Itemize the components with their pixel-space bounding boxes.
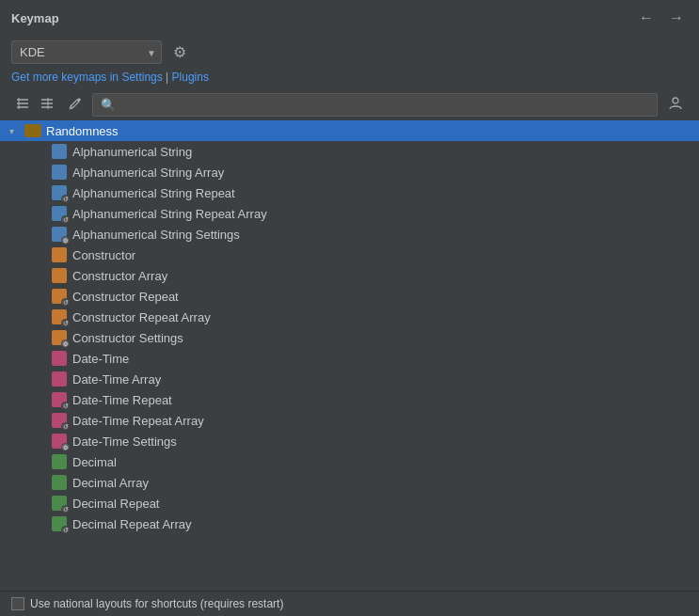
item-color-icon	[52, 351, 67, 366]
item-label: Alphanumerical String Array	[72, 166, 224, 180]
svg-point-10	[673, 98, 678, 103]
item-label: Alphanumerical String Settings	[72, 228, 240, 242]
tree-item[interactable]: ↺Decimal Repeat	[0, 493, 699, 513]
item-label: Constructor Settings	[72, 331, 183, 345]
item-icon-wrapper	[52, 247, 67, 262]
folder-icon	[24, 124, 41, 137]
keymap-select[interactable]: KDE Default Eclipse Emacs NetBeans Visua…	[11, 40, 162, 64]
tree-item[interactable]: Constructor	[0, 245, 699, 265]
user-button[interactable]	[663, 93, 688, 117]
collapse-all-icon	[40, 97, 54, 110]
settings-link[interactable]: Get more keymaps in Settings	[11, 71, 163, 84]
item-icon-wrapper: ↺	[52, 185, 67, 200]
item-color-icon	[52, 144, 67, 159]
item-label: Decimal	[72, 455, 117, 469]
refresh-badge-icon: ↺	[61, 298, 70, 307]
refresh-badge-icon: ↺	[61, 319, 70, 327]
item-color-icon	[52, 165, 67, 180]
item-color-icon	[52, 247, 67, 262]
tree-item[interactable]: ⚙Alphanumerical String Settings	[0, 224, 699, 245]
item-label: Alphanumerical String	[72, 145, 192, 159]
tree-item[interactable]: ↺Alphanumerical String Repeat Array	[0, 203, 699, 224]
tree-items-container: Alphanumerical StringAlphanumerical Stri…	[0, 141, 699, 534]
plugins-link[interactable]: Plugins	[172, 71, 209, 84]
item-icon-wrapper	[52, 144, 67, 159]
keymap-dropdown-wrapper: KDE Default Eclipse Emacs NetBeans Visua…	[11, 40, 162, 64]
collapse-all-button[interactable]	[36, 94, 58, 116]
item-label: Alphanumerical String Repeat	[72, 186, 235, 200]
tree-item[interactable]: ⚙Date-Time Settings	[0, 431, 699, 451]
gear-badge-icon: ⚙	[61, 443, 70, 451]
keymap-window: Keymap ← → KDE Default Eclipse Emacs Net…	[0, 0, 699, 616]
item-icon-wrapper: ⚙	[52, 227, 67, 242]
item-color-icon	[52, 371, 67, 387]
edit-button[interactable]	[64, 94, 87, 116]
tree-item[interactable]: Alphanumerical String	[0, 141, 699, 162]
item-color-icon	[52, 454, 67, 469]
item-icon-wrapper	[52, 268, 67, 283]
tree-item[interactable]: ↺Alphanumerical String Repeat	[0, 182, 699, 203]
forward-button[interactable]: →	[665, 8, 688, 28]
user-icon	[668, 96, 683, 111]
expand-all-icon	[16, 97, 29, 110]
refresh-badge-icon: ↺	[61, 215, 70, 224]
item-icon-wrapper: ↺	[52, 206, 67, 221]
national-layouts-label: Use national layouts for shortcuts (requ…	[30, 597, 283, 610]
search-input[interactable]	[92, 93, 658, 117]
tree-item[interactable]: ↺Decimal Repeat Array	[0, 513, 699, 534]
item-label: Date-Time Settings	[72, 434, 177, 449]
item-icon-wrapper: ↺	[52, 289, 67, 304]
item-label: Decimal Repeat Array	[72, 517, 191, 531]
title-bar-right: ← →	[635, 8, 688, 28]
tree-group-randomness[interactable]: ▾ Randomness	[0, 120, 699, 141]
refresh-badge-icon: ↺	[61, 505, 70, 513]
link-separator: |	[163, 71, 172, 84]
links-row: Get more keymaps in Settings | Plugins	[0, 69, 699, 89]
filter-buttons	[11, 94, 58, 116]
gear-badge-icon: ⚙	[61, 236, 70, 245]
title-bar-left: Keymap	[11, 11, 59, 25]
item-color-icon	[52, 475, 67, 490]
item-label: Constructor	[72, 248, 135, 262]
item-label: Date-Time Repeat	[72, 393, 172, 407]
expand-all-button[interactable]	[11, 94, 34, 116]
expand-arrow-icon: ▾	[4, 126, 19, 136]
refresh-badge-icon: ↺	[61, 195, 70, 203]
tree-container[interactable]: ▾ Randomness Alphanumerical StringAlphan…	[0, 120, 699, 591]
item-label: Constructor Array	[72, 269, 167, 283]
tree-item[interactable]: ↺Date-Time Repeat	[0, 389, 699, 410]
item-icon-wrapper: ↺	[52, 496, 67, 511]
item-icon-wrapper	[52, 351, 67, 366]
item-label: Decimal Array	[72, 476, 149, 490]
refresh-badge-icon: ↺	[61, 526, 70, 534]
item-icon-wrapper: ↺	[52, 392, 67, 407]
item-icon-wrapper: ↺	[52, 516, 67, 531]
refresh-badge-icon: ↺	[61, 422, 70, 431]
refresh-badge-icon: ↺	[61, 402, 70, 410]
item-label: Date-Time	[72, 352, 129, 366]
tree-item[interactable]: ↺Date-Time Repeat Array	[0, 410, 699, 431]
window-title: Keymap	[11, 11, 59, 25]
tree-item[interactable]: Alphanumerical String Array	[0, 162, 699, 182]
tree-item[interactable]: Date-Time Array	[0, 369, 699, 389]
item-label: Constructor Repeat Array	[72, 310, 211, 324]
item-icon-wrapper: ⚙	[52, 434, 67, 449]
tree-item[interactable]: Decimal	[0, 451, 699, 472]
item-icon-wrapper	[52, 454, 67, 469]
toolbar-row: KDE Default Eclipse Emacs NetBeans Visua…	[0, 36, 699, 69]
tree-item[interactable]: Date-Time	[0, 348, 699, 369]
item-label: Date-Time Array	[72, 372, 161, 387]
item-label: Alphanumerical String Repeat Array	[72, 207, 267, 221]
item-icon-wrapper	[52, 475, 67, 490]
national-layouts-checkbox[interactable]	[11, 597, 24, 610]
search-row	[0, 89, 699, 120]
tree-item[interactable]: ⚙Constructor Settings	[0, 327, 699, 348]
tree-item[interactable]: ↺Constructor Repeat Array	[0, 307, 699, 327]
tree-item[interactable]: Constructor Array	[0, 265, 699, 286]
tree-item[interactable]: Decimal Array	[0, 472, 699, 493]
gear-button[interactable]: ⚙	[169, 39, 190, 65]
item-icon-wrapper	[52, 165, 67, 180]
item-icon-wrapper: ↺	[52, 309, 67, 324]
tree-item[interactable]: ↺Constructor Repeat	[0, 286, 699, 307]
back-button[interactable]: ←	[635, 8, 658, 28]
